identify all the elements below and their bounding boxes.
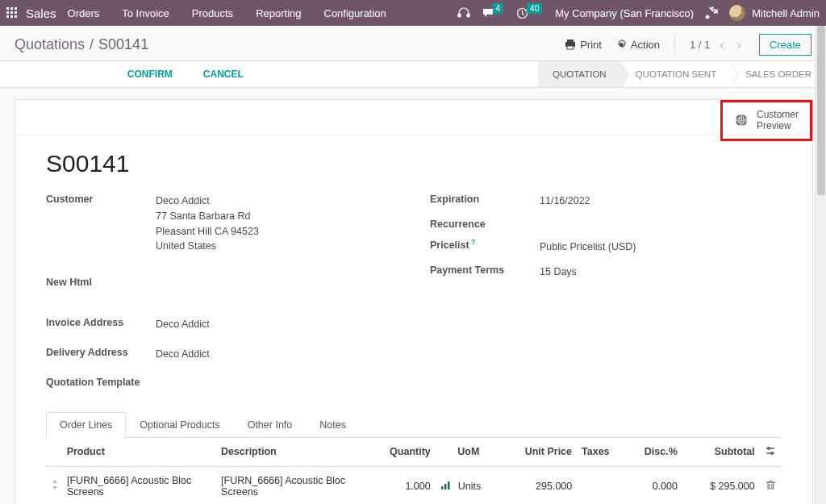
breadcrumb-sep: / bbox=[90, 36, 94, 53]
left-column: Customer Deco Addict 77 Santa Barbara Rd… bbox=[46, 189, 398, 393]
th-options[interactable] bbox=[760, 446, 782, 458]
pager: 1 / 1 ‹ › bbox=[690, 35, 745, 56]
confirm-button[interactable]: CONFIRM bbox=[118, 64, 182, 85]
svg-point-24 bbox=[771, 452, 774, 454]
cell-uom[interactable]: Units bbox=[453, 481, 500, 492]
cell-quantity[interactable]: 1.000 bbox=[370, 481, 436, 492]
svg-rect-14 bbox=[567, 46, 574, 49]
status-pipeline: QUOTATION QUOTATION SENT SALES ORDER bbox=[538, 61, 826, 87]
customer-label: Customer bbox=[46, 194, 156, 205]
svg-rect-26 bbox=[444, 484, 447, 489]
cell-product[interactable]: [FURN_6666] Acoustic Bloc Screens bbox=[62, 475, 216, 498]
th-subtotal[interactable]: Subtotal bbox=[682, 446, 760, 457]
svg-rect-27 bbox=[448, 481, 450, 489]
delivery-address-label: Delivery Address bbox=[46, 347, 156, 358]
customer-preview-label1: Customer bbox=[757, 109, 799, 120]
pager-next[interactable]: › bbox=[734, 35, 745, 56]
status-bar: SEND BY EMAIL CONFIRM CANCEL QUOTATION Q… bbox=[0, 60, 826, 88]
divider bbox=[674, 35, 675, 56]
scrollbar[interactable] bbox=[815, 26, 826, 504]
messages-icon[interactable]: 4 bbox=[482, 7, 506, 19]
svg-point-23 bbox=[768, 447, 770, 449]
order-lines-table: Product Description Quantity UoM Unit Pr… bbox=[46, 438, 782, 505]
row-delete[interactable] bbox=[760, 480, 782, 492]
step-quotation[interactable]: QUOTATION bbox=[538, 61, 621, 87]
payment-terms-label: Payment Terms bbox=[430, 264, 540, 276]
svg-rect-1 bbox=[10, 7, 13, 10]
th-description[interactable]: Description bbox=[216, 446, 370, 457]
breadcrumb-root[interactable]: Quotations bbox=[15, 36, 85, 53]
sheet-top-strip: Customer Preview bbox=[15, 100, 812, 135]
avatar bbox=[729, 5, 745, 21]
invoice-address-value[interactable]: Deco Addict bbox=[156, 317, 210, 332]
tabs: Order Lines Optional Products Other Info… bbox=[46, 412, 782, 438]
tab-notes[interactable]: Notes bbox=[306, 412, 360, 438]
svg-rect-6 bbox=[6, 15, 9, 18]
tab-order-lines[interactable]: Order Lines bbox=[46, 412, 126, 438]
create-button[interactable]: Create bbox=[759, 34, 811, 56]
pager-prev[interactable]: ‹ bbox=[716, 35, 727, 56]
headset-icon[interactable] bbox=[457, 7, 470, 19]
cell-unit-price[interactable]: 295.000 bbox=[499, 481, 577, 492]
quotation-template-label: Quotation Template bbox=[46, 377, 156, 388]
recurrence-label: Recurrence bbox=[430, 219, 540, 230]
nav-items: Orders To Invoice Products Reporting Con… bbox=[68, 7, 386, 19]
nav-products[interactable]: Products bbox=[192, 7, 233, 19]
invoice-address-label: Invoice Address bbox=[46, 317, 156, 328]
svg-rect-25 bbox=[441, 486, 444, 489]
svg-rect-7 bbox=[10, 15, 13, 18]
step-quotation-sent[interactable]: QUOTATION SENT bbox=[621, 61, 732, 87]
nav-configuration[interactable]: Configuration bbox=[324, 7, 386, 19]
customer-value[interactable]: Deco Addict 77 Santa Barbara Rd Pleasant… bbox=[156, 194, 259, 254]
th-disc[interactable]: Disc.% bbox=[620, 446, 682, 457]
debug-icon[interactable] bbox=[705, 6, 718, 19]
pager-count: 1 / 1 bbox=[690, 39, 710, 51]
nav-reporting[interactable]: Reporting bbox=[256, 7, 301, 19]
action-button[interactable]: Action bbox=[616, 39, 660, 51]
th-uom[interactable]: UoM bbox=[453, 446, 499, 457]
pricelist-value[interactable]: Public Pricelist (USD) bbox=[540, 240, 636, 255]
globe-icon bbox=[734, 113, 749, 127]
th-product[interactable]: Product bbox=[62, 446, 216, 457]
send-email-button[interactable]: SEND BY EMAIL bbox=[11, 64, 106, 85]
forecast-icon[interactable] bbox=[436, 481, 453, 492]
th-unit-price[interactable]: Unit Price bbox=[499, 446, 577, 457]
svg-rect-28 bbox=[768, 482, 774, 489]
activities-icon[interactable]: 40 bbox=[516, 7, 544, 19]
breadcrumb-row: Quotations / S00141 Print Action 1 / 1 ‹… bbox=[0, 26, 826, 60]
expiration-label: Expiration bbox=[430, 194, 540, 205]
messages-badge: 4 bbox=[493, 3, 504, 14]
step-sales-order[interactable]: SALES ORDER bbox=[731, 61, 826, 87]
top-nav: Sales Orders To Invoice Products Reporti… bbox=[0, 0, 826, 26]
app-brand[interactable]: Sales bbox=[26, 6, 56, 20]
user-menu[interactable]: Mitchell Admin bbox=[729, 5, 820, 21]
th-taxes[interactable]: Taxes bbox=[577, 446, 620, 457]
svg-rect-8 bbox=[15, 15, 17, 18]
customer-preview-button[interactable]: Customer Preview bbox=[720, 100, 812, 141]
cell-description[interactable]: [FURN_6666] Acoustic Bloc Screens bbox=[216, 475, 370, 498]
delivery-address-value[interactable]: Deco Addict bbox=[156, 347, 210, 362]
nav-orders[interactable]: Orders bbox=[68, 7, 100, 19]
tab-other-info[interactable]: Other Info bbox=[234, 412, 307, 438]
svg-rect-12 bbox=[567, 40, 574, 42]
company-switcher[interactable]: My Company (San Francisco) bbox=[555, 7, 694, 19]
table-header: Product Description Quantity UoM Unit Pr… bbox=[46, 438, 782, 467]
cell-disc[interactable]: 0.000 bbox=[620, 481, 682, 492]
svg-rect-9 bbox=[458, 14, 461, 17]
activities-badge: 40 bbox=[527, 3, 542, 14]
tab-optional-products[interactable]: Optional Products bbox=[126, 412, 233, 438]
svg-rect-3 bbox=[6, 11, 9, 14]
table-row[interactable]: [FURN_6666] Acoustic Bloc Screens [FURN_… bbox=[46, 467, 782, 505]
payment-terms-value[interactable]: 15 Days bbox=[540, 264, 577, 280]
svg-rect-5 bbox=[15, 11, 17, 14]
apps-icon[interactable] bbox=[6, 7, 18, 19]
nav-to-invoice[interactable]: To Invoice bbox=[122, 7, 169, 19]
th-quantity[interactable]: Quantity bbox=[370, 446, 436, 457]
print-button[interactable]: Print bbox=[565, 39, 602, 51]
help-icon[interactable]: ? bbox=[471, 238, 476, 246]
scrollbar-thumb[interactable] bbox=[817, 26, 825, 195]
cancel-button[interactable]: CANCEL bbox=[194, 64, 253, 85]
drag-handle[interactable] bbox=[46, 480, 62, 492]
doc-title: S00141 bbox=[15, 135, 812, 185]
expiration-value[interactable]: 11/16/2022 bbox=[540, 194, 590, 209]
